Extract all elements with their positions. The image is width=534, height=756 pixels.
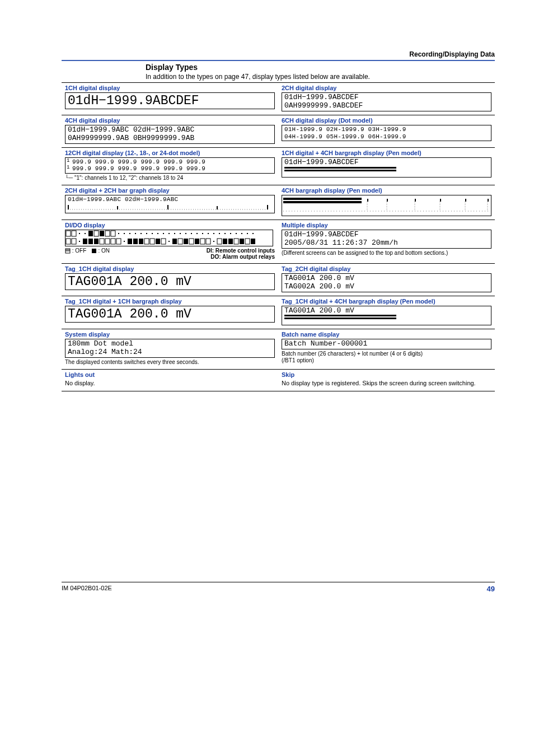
cell-title: DI/DO display — [65, 222, 275, 228]
display-box: TAG001A 200.0 mV TAG002A 200.0 mV — [282, 273, 491, 292]
table-cell: 1CH digital + 4CH bargraph display (Pen … — [278, 147, 495, 185]
display-box: Batch Number-000001 — [282, 339, 491, 349]
display-box-with-underline: TAG001A 200.0 mV — [65, 306, 275, 323]
table-cell: Tag_1CH digital + 4CH bargraph display (… — [278, 296, 495, 329]
svg-rect-49 — [213, 233, 214, 234]
table-cell: Tag_1CH digital + 1CH bargraph displayTA… — [62, 296, 278, 329]
svg-rect-0 — [284, 167, 396, 169]
svg-rect-68 — [128, 239, 132, 244]
svg-rect-52 — [230, 233, 231, 234]
svg-rect-35 — [135, 233, 136, 234]
cell-title: Skip — [282, 371, 491, 378]
table-cell: Tag_1CH digital displayTAG001A 200.0 mV — [62, 263, 278, 296]
svg-rect-76 — [172, 239, 177, 244]
svg-rect-8 — [283, 198, 362, 200]
cell-title: Tag_1CH digital + 1CH bargraph display — [65, 298, 275, 305]
table-cell: Batch name displayBatch Number-000001Bat… — [278, 329, 495, 370]
svg-rect-60 — [83, 239, 87, 244]
display-box-2ch-bars: 01dH−1999.9ABC 02dH−1999.9ABC — [65, 195, 275, 213]
svg-rect-9 — [283, 201, 362, 203]
svg-rect-90 — [251, 239, 255, 244]
svg-rect-70 — [139, 239, 143, 244]
svg-rect-95 — [92, 249, 96, 253]
svg-rect-77 — [178, 239, 182, 244]
table-cell: 6CH digital display (Dot model)01H-1999.… — [278, 115, 495, 147]
svg-rect-86 — [228, 239, 233, 244]
svg-rect-38 — [152, 233, 153, 234]
display-box: 01dH−1999.9ABCDEF 2005/08/31 11:26:37 20… — [282, 230, 491, 249]
svg-rect-55 — [247, 233, 248, 234]
table-cell: 1CH digital display01dH−1999.9ABCDEF — [62, 83, 278, 115]
svg-rect-41 — [168, 233, 170, 234]
on-icon — [91, 248, 97, 254]
svg-rect-53 — [236, 233, 237, 234]
svg-rect-67 — [124, 241, 125, 242]
svg-rect-79 — [189, 239, 194, 244]
svg-rect-82 — [206, 239, 210, 244]
off-icon — [65, 248, 71, 254]
svg-rect-81 — [200, 239, 205, 244]
svg-rect-58 — [72, 239, 76, 244]
display-box-12ch: 999.9 999.9 999.9 999.9 999.9 999.9 999.… — [65, 157, 275, 174]
table-cell: SkipNo display type is registered. Skips… — [278, 370, 495, 391]
cell-title: 4CH digital display — [65, 117, 275, 124]
svg-rect-69 — [133, 239, 138, 244]
bargraph-4ch — [282, 195, 491, 216]
cell-note: The displayed contents switches every th… — [65, 359, 275, 366]
svg-rect-88 — [240, 239, 244, 244]
display-box: 01dH−1999.9ABCDEF 0AH9999999.9ABCDEF — [282, 92, 491, 111]
cell-note: (Different screens can be assigned to th… — [282, 250, 491, 256]
svg-rect-27 — [88, 231, 93, 236]
cell-title: System display — [65, 331, 275, 338]
page-header-section: Recording/Displaying Data — [62, 50, 495, 61]
table-cell: DI/DO display : OFF : ONDI: Remote contr… — [62, 220, 278, 263]
svg-rect-59 — [79, 241, 80, 242]
display-box: 01dH−1999.9ABCDEF — [65, 92, 275, 109]
svg-rect-3 — [68, 205, 69, 209]
svg-rect-34 — [129, 233, 130, 234]
display-box: 01dH−1999.9ABC 02dH−1999.9ABC 0AH9999999… — [65, 125, 275, 144]
cell-title: 1CH digital + 4CH bargraph display (Pen … — [282, 150, 491, 156]
svg-rect-47 — [202, 233, 203, 234]
table-cell: 12CH digital display (12-, 18-, or 24-do… — [62, 147, 278, 185]
svg-rect-5 — [267, 205, 268, 209]
svg-rect-71 — [144, 239, 149, 244]
svg-rect-32 — [118, 233, 119, 234]
svg-rect-78 — [184, 239, 188, 244]
svg-rect-29 — [100, 231, 104, 236]
cell-title: 6CH digital display (Dot model) — [282, 117, 491, 124]
cell-title: Multiple display — [282, 222, 491, 228]
cell-note: └─ "1": channels 1 to 12, "2": channels … — [65, 175, 275, 181]
section-intro: In addition to the types on page 47, dis… — [62, 73, 495, 81]
svg-rect-50 — [219, 233, 220, 234]
display-box: TAG001A 200.0 mV — [65, 273, 275, 290]
footer-page-number: 49 — [487, 585, 495, 593]
display-box: 01H-1999.9 02H-1999.9 03H-1999.9 04H-199… — [282, 125, 491, 141]
cell-plain-text: No display. — [65, 379, 275, 387]
display-box-with-bars: 01dH−1999.9ABCDEF — [282, 157, 491, 178]
svg-rect-31 — [111, 231, 115, 236]
svg-rect-97 — [284, 318, 396, 319]
svg-rect-44 — [185, 233, 186, 234]
svg-rect-1 — [284, 170, 396, 171]
cell-title: 12CH digital display (12-, 18-, or 24-do… — [65, 150, 275, 156]
cell-title: 2CH digital display — [282, 85, 491, 91]
svg-rect-7 — [217, 206, 218, 209]
svg-rect-85 — [223, 239, 227, 244]
svg-rect-4 — [167, 205, 168, 209]
svg-rect-75 — [168, 241, 170, 242]
svg-rect-42 — [174, 233, 175, 234]
svg-rect-89 — [245, 239, 250, 244]
cell-title: Tag_2CH digital display — [282, 265, 491, 272]
display-box: 180mm Dot model Analog:24 Math:24 — [65, 339, 275, 358]
table-cell: 2CH digital + 2CH bar graph display01dH−… — [62, 185, 278, 220]
svg-rect-61 — [88, 239, 93, 244]
footer-doc-id: IM 04P02B01-02E — [62, 585, 112, 593]
svg-rect-40 — [163, 233, 164, 234]
cell-note: Batch number (26 characters) + lot numbe… — [282, 351, 491, 364]
cell-title: 2CH digital + 2CH bar graph display — [65, 187, 275, 194]
svg-rect-25 — [79, 233, 80, 234]
cell-title: 1CH digital display — [65, 85, 275, 91]
page-footer: IM 04P02B01-02E 49 — [62, 582, 495, 593]
table-cell: Lights outNo display. — [62, 370, 278, 391]
